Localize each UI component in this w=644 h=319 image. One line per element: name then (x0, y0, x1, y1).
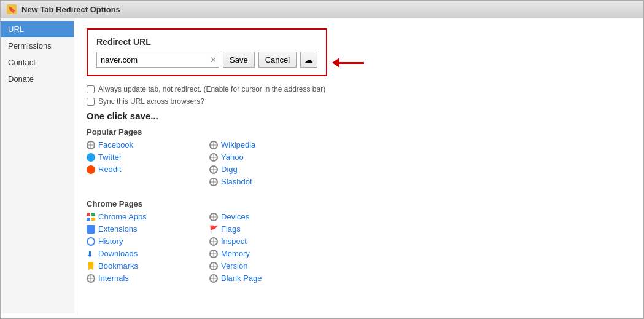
list-item: Wikipedia (209, 140, 332, 149)
cancel-button[interactable]: Cancel (258, 52, 297, 68)
sidebar: URL Permissions Contact Donate (1, 18, 74, 313)
list-item: Memory (209, 249, 332, 258)
popular-section: Popular Pages Facebook Twitter (87, 127, 631, 189)
twitter-icon (87, 153, 95, 162)
window-icon: 🔖 (7, 4, 17, 14)
sidebar-item-contact[interactable]: Contact (1, 54, 74, 71)
globe-icon (209, 237, 218, 246)
list-item: Extensions (87, 224, 209, 234)
list-item: Blank Page (209, 274, 332, 283)
memory-link[interactable]: Memory (221, 249, 250, 258)
popular-links-grid: Facebook Twitter Reddit (87, 140, 631, 189)
sidebar-item-permissions[interactable]: Permissions (1, 37, 74, 54)
list-item: Inspect (209, 237, 332, 246)
redirect-area: Redirect URL ✕ Save Cancel ☁ (87, 28, 327, 85)
reddit-icon (87, 165, 95, 174)
always-update-checkbox[interactable] (87, 85, 95, 93)
popular-pages-header: Popular Pages (87, 127, 631, 136)
reddit-link[interactable]: Reddit (98, 165, 122, 174)
cloud-button[interactable]: ☁ (300, 52, 317, 68)
url-input[interactable] (96, 52, 219, 68)
list-item: Facebook (87, 140, 209, 149)
history-icon (87, 237, 95, 246)
input-row: ✕ Save Cancel ☁ (96, 52, 317, 68)
list-item: ⬇ Downloads (87, 249, 209, 258)
arrow-line (339, 62, 364, 64)
blank-page-link[interactable]: Blank Page (221, 274, 262, 283)
digg-link[interactable]: Digg (221, 165, 238, 174)
sidebar-item-url[interactable]: URL (1, 21, 74, 37)
list-item: Reddit (87, 165, 209, 174)
redirect-url-label: Redirect URL (96, 37, 317, 47)
sync-url-label: Sync this URL across browsers? (98, 97, 204, 106)
popular-links-right: Wikipedia Yahoo Digg Slashdot (209, 140, 332, 189)
main-window: 🔖 New Tab Redirect Options URL Permissio… (0, 0, 644, 319)
save-button[interactable]: Save (223, 52, 255, 68)
extensions-link[interactable]: Extensions (98, 224, 138, 234)
flags-link[interactable]: Flags (221, 224, 241, 234)
internals-link[interactable]: Internals (98, 274, 129, 283)
chrome-links-grid: Chrome Apps Extensions History ⬇ Dow (87, 212, 631, 286)
list-item: Internals (87, 274, 209, 283)
popular-links-left: Facebook Twitter Reddit (87, 140, 209, 189)
sync-url-checkbox[interactable] (87, 98, 95, 106)
globe-icon (209, 250, 218, 258)
redirect-url-box: Redirect URL ✕ Save Cancel ☁ (87, 28, 327, 76)
always-update-row: Always update tab, not redirect. (Enable… (87, 85, 631, 93)
list-item: Twitter (87, 152, 209, 162)
globe-icon (209, 213, 218, 221)
list-item: Slashdot (209, 177, 332, 186)
wikipedia-link[interactable]: Wikipedia (221, 140, 255, 149)
chrome-apps-link[interactable]: Chrome Apps (98, 212, 147, 221)
arrow-head (332, 58, 339, 68)
chrome-links-right: Devices 🚩 Flags Inspect Memory (209, 212, 332, 286)
bookmark-icon (87, 262, 95, 270)
chrome-pages-header: Chrome Pages (87, 199, 631, 208)
list-item: Digg (209, 165, 332, 174)
twitter-link[interactable]: Twitter (98, 152, 122, 162)
clear-button[interactable]: ✕ (210, 56, 217, 64)
list-item: Chrome Apps (87, 212, 209, 221)
list-item: Version (209, 261, 332, 270)
list-item: Devices (209, 212, 332, 221)
history-link[interactable]: History (98, 237, 123, 246)
always-update-label: Always update tab, not redirect. (Enable… (98, 85, 325, 93)
list-item: Bookmarks (87, 261, 209, 270)
globe-icon (209, 165, 218, 174)
one-click-title: One click save... (87, 111, 631, 121)
globe-icon (209, 262, 218, 270)
sidebar-item-donate[interactable]: Donate (1, 71, 74, 87)
facebook-link[interactable]: Facebook (98, 140, 133, 149)
main-layout: URL Permissions Contact Donate Redirect … (1, 18, 643, 313)
chrome-section: Chrome Pages Chrome Apps Extensions (87, 199, 631, 286)
flag-icon: 🚩 (209, 225, 218, 234)
inspect-link[interactable]: Inspect (221, 237, 247, 246)
version-link[interactable]: Version (221, 261, 247, 270)
yahoo-link[interactable]: Yahoo (221, 152, 244, 162)
apps-icon (87, 213, 95, 221)
bookmarks-link[interactable]: Bookmarks (98, 261, 138, 270)
list-item: History (87, 237, 209, 246)
content-area: Redirect URL ✕ Save Cancel ☁ (74, 18, 643, 313)
puzzle-icon (87, 225, 95, 234)
globe-icon (209, 141, 218, 149)
globe-icon (209, 153, 218, 162)
sync-url-row: Sync this URL across browsers? (87, 97, 631, 106)
window-title: New Tab Redirect Options (21, 5, 120, 14)
list-item: Yahoo (209, 152, 332, 162)
slashdot-link[interactable]: Slashdot (221, 177, 252, 186)
url-input-wrap: ✕ (96, 52, 219, 68)
globe-icon (87, 141, 95, 149)
devices-link[interactable]: Devices (221, 212, 249, 221)
globe-icon (209, 274, 218, 283)
chrome-links-left: Chrome Apps Extensions History ⬇ Dow (87, 212, 209, 286)
list-item: 🚩 Flags (209, 224, 332, 234)
globe-icon (87, 274, 95, 283)
arrow-indicator (333, 58, 364, 68)
title-bar: 🔖 New Tab Redirect Options (1, 1, 643, 18)
downloads-link[interactable]: Downloads (98, 249, 138, 258)
globe-icon (209, 178, 218, 186)
